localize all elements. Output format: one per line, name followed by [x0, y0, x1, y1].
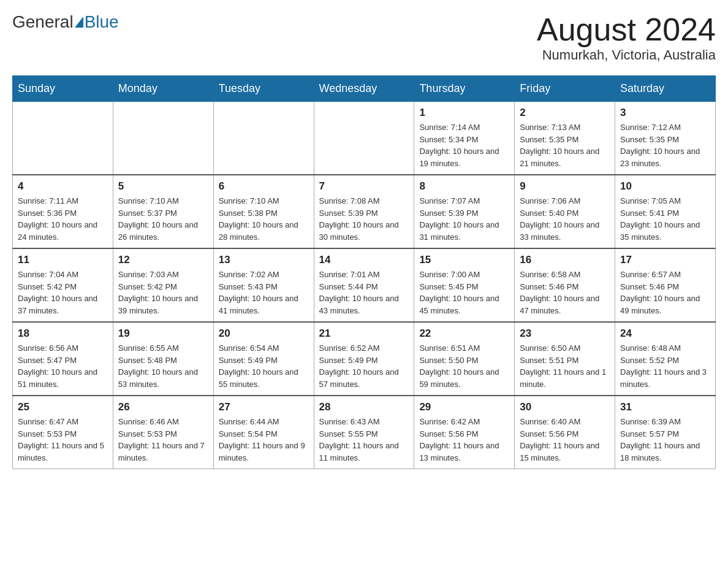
- day-number: 19: [118, 327, 208, 340]
- day-number: 3: [620, 107, 710, 119]
- calendar-cell-3-1: 19Sunrise: 6:55 AMSunset: 5:48 PMDayligh…: [113, 322, 213, 396]
- day-number: 10: [620, 180, 710, 193]
- day-number: 25: [18, 401, 108, 413]
- week-row-3: 11Sunrise: 7:04 AMSunset: 5:42 PMDayligh…: [13, 248, 716, 322]
- day-number: 2: [520, 107, 610, 119]
- day-info: Sunrise: 6:43 AMSunset: 5:55 PMDaylight:…: [319, 416, 409, 464]
- title-section: August 2024 Numurkah, Victoria, Australi…: [537, 12, 716, 63]
- day-info: Sunrise: 6:46 AMSunset: 5:53 PMDaylight:…: [118, 416, 208, 464]
- calendar-cell-3-5: 23Sunrise: 6:50 AMSunset: 5:51 PMDayligh…: [515, 322, 615, 396]
- day-info: Sunrise: 6:58 AMSunset: 5:46 PMDaylight:…: [520, 269, 610, 316]
- calendar-cell-4-3: 28Sunrise: 6:43 AMSunset: 5:55 PMDayligh…: [314, 396, 414, 469]
- day-info: Sunrise: 7:10 AMSunset: 5:37 PMDaylight:…: [118, 195, 208, 243]
- col-friday: Friday: [515, 76, 615, 102]
- day-info: Sunrise: 7:06 AMSunset: 5:40 PMDaylight:…: [520, 195, 610, 243]
- calendar-cell-1-1: 5Sunrise: 7:10 AMSunset: 5:37 PMDaylight…: [113, 175, 213, 248]
- calendar-cell-3-2: 20Sunrise: 6:54 AMSunset: 5:49 PMDayligh…: [213, 322, 314, 396]
- day-number: 11: [18, 254, 108, 266]
- day-info: Sunrise: 7:07 AMSunset: 5:39 PMDaylight:…: [419, 195, 509, 243]
- calendar-cell-0-0: [13, 102, 113, 175]
- day-info: Sunrise: 7:02 AMSunset: 5:43 PMDaylight:…: [219, 269, 309, 316]
- col-thursday: Thursday: [414, 76, 515, 102]
- day-info: Sunrise: 7:11 AMSunset: 5:36 PMDaylight:…: [18, 195, 108, 243]
- day-number: 6: [219, 180, 309, 193]
- day-info: Sunrise: 6:40 AMSunset: 5:56 PMDaylight:…: [520, 416, 610, 464]
- logo-triangle-icon: [75, 17, 83, 28]
- calendar-cell-4-6: 31Sunrise: 6:39 AMSunset: 5:57 PMDayligh…: [615, 396, 716, 469]
- calendar-cell-3-0: 18Sunrise: 6:56 AMSunset: 5:47 PMDayligh…: [13, 322, 113, 396]
- day-number: 7: [319, 180, 409, 193]
- day-info: Sunrise: 7:13 AMSunset: 5:35 PMDaylight:…: [520, 121, 610, 169]
- logo: General Blue: [12, 12, 119, 32]
- day-number: 29: [419, 401, 509, 413]
- calendar-cell-0-3: [314, 102, 414, 175]
- day-info: Sunrise: 6:55 AMSunset: 5:48 PMDaylight:…: [118, 342, 208, 390]
- day-info: Sunrise: 7:03 AMSunset: 5:42 PMDaylight:…: [118, 269, 208, 316]
- day-info: Sunrise: 7:05 AMSunset: 5:41 PMDaylight:…: [620, 195, 710, 243]
- calendar-cell-4-0: 25Sunrise: 6:47 AMSunset: 5:53 PMDayligh…: [13, 396, 113, 469]
- calendar-cell-0-5: 2Sunrise: 7:13 AMSunset: 5:35 PMDaylight…: [515, 102, 615, 175]
- calendar-cell-2-6: 17Sunrise: 6:57 AMSunset: 5:46 PMDayligh…: [615, 248, 716, 322]
- day-info: Sunrise: 7:14 AMSunset: 5:34 PMDaylight:…: [419, 121, 509, 169]
- day-number: 20: [219, 327, 309, 340]
- col-tuesday: Tuesday: [213, 76, 314, 102]
- day-number: 5: [118, 180, 208, 193]
- day-number: 13: [219, 254, 309, 266]
- col-wednesday: Wednesday: [314, 76, 414, 102]
- calendar-cell-1-4: 8Sunrise: 7:07 AMSunset: 5:39 PMDaylight…: [414, 175, 515, 248]
- day-number: 23: [520, 327, 610, 340]
- calendar-cell-4-2: 27Sunrise: 6:44 AMSunset: 5:54 PMDayligh…: [213, 396, 314, 469]
- day-info: Sunrise: 6:50 AMSunset: 5:51 PMDaylight:…: [520, 342, 610, 390]
- day-number: 17: [620, 254, 710, 266]
- day-info: Sunrise: 6:42 AMSunset: 5:56 PMDaylight:…: [419, 416, 509, 464]
- calendar-cell-0-1: [113, 102, 213, 175]
- day-info: Sunrise: 7:00 AMSunset: 5:45 PMDaylight:…: [419, 269, 509, 316]
- day-info: Sunrise: 6:48 AMSunset: 5:52 PMDaylight:…: [620, 342, 710, 390]
- col-saturday: Saturday: [615, 76, 716, 102]
- month-title: August 2024: [537, 12, 716, 47]
- day-info: Sunrise: 6:44 AMSunset: 5:54 PMDaylight:…: [219, 416, 309, 464]
- calendar-cell-2-3: 14Sunrise: 7:01 AMSunset: 5:44 PMDayligh…: [314, 248, 414, 322]
- day-number: 28: [319, 401, 409, 413]
- calendar-cell-1-2: 6Sunrise: 7:10 AMSunset: 5:38 PMDaylight…: [213, 175, 314, 248]
- calendar-cell-1-6: 10Sunrise: 7:05 AMSunset: 5:41 PMDayligh…: [615, 175, 716, 248]
- calendar-table: Sunday Monday Tuesday Wednesday Thursday…: [12, 75, 716, 469]
- calendar-cell-1-5: 9Sunrise: 7:06 AMSunset: 5:40 PMDaylight…: [515, 175, 615, 248]
- day-number: 22: [419, 327, 509, 340]
- day-info: Sunrise: 7:08 AMSunset: 5:39 PMDaylight:…: [319, 195, 409, 243]
- logo-general-text: General: [12, 12, 74, 32]
- calendar-cell-1-3: 7Sunrise: 7:08 AMSunset: 5:39 PMDaylight…: [314, 175, 414, 248]
- day-number: 18: [18, 327, 108, 340]
- week-row-4: 18Sunrise: 6:56 AMSunset: 5:47 PMDayligh…: [13, 322, 716, 396]
- day-info: Sunrise: 6:56 AMSunset: 5:47 PMDaylight:…: [18, 342, 108, 390]
- day-number: 9: [520, 180, 610, 193]
- week-row-2: 4Sunrise: 7:11 AMSunset: 5:36 PMDaylight…: [13, 175, 716, 248]
- calendar-cell-2-0: 11Sunrise: 7:04 AMSunset: 5:42 PMDayligh…: [13, 248, 113, 322]
- day-number: 26: [118, 401, 208, 413]
- day-number: 15: [419, 254, 509, 266]
- calendar-cell-4-5: 30Sunrise: 6:40 AMSunset: 5:56 PMDayligh…: [515, 396, 615, 469]
- calendar-cell-3-6: 24Sunrise: 6:48 AMSunset: 5:52 PMDayligh…: [615, 322, 716, 396]
- day-number: 21: [319, 327, 409, 340]
- day-number: 16: [520, 254, 610, 266]
- calendar-cell-2-2: 13Sunrise: 7:02 AMSunset: 5:43 PMDayligh…: [213, 248, 314, 322]
- calendar-cell-4-4: 29Sunrise: 6:42 AMSunset: 5:56 PMDayligh…: [414, 396, 515, 469]
- day-info: Sunrise: 6:51 AMSunset: 5:50 PMDaylight:…: [419, 342, 509, 390]
- location-text: Numurkah, Victoria, Australia: [537, 47, 716, 63]
- calendar-cell-3-4: 22Sunrise: 6:51 AMSunset: 5:50 PMDayligh…: [414, 322, 515, 396]
- calendar-cell-2-4: 15Sunrise: 7:00 AMSunset: 5:45 PMDayligh…: [414, 248, 515, 322]
- calendar-cell-0-6: 3Sunrise: 7:12 AMSunset: 5:35 PMDaylight…: [615, 102, 716, 175]
- calendar-cell-0-4: 1Sunrise: 7:14 AMSunset: 5:34 PMDaylight…: [414, 102, 515, 175]
- logo-blue-text: Blue: [85, 12, 119, 32]
- day-number: 31: [620, 401, 710, 413]
- day-number: 8: [419, 180, 509, 193]
- day-number: 30: [520, 401, 610, 413]
- day-number: 24: [620, 327, 710, 340]
- day-info: Sunrise: 6:39 AMSunset: 5:57 PMDaylight:…: [620, 416, 710, 464]
- day-info: Sunrise: 7:12 AMSunset: 5:35 PMDaylight:…: [620, 121, 710, 169]
- day-info: Sunrise: 6:47 AMSunset: 5:53 PMDaylight:…: [18, 416, 108, 464]
- day-number: 4: [18, 180, 108, 193]
- day-info: Sunrise: 7:04 AMSunset: 5:42 PMDaylight:…: [18, 269, 108, 316]
- col-monday: Monday: [113, 76, 213, 102]
- day-number: 14: [319, 254, 409, 266]
